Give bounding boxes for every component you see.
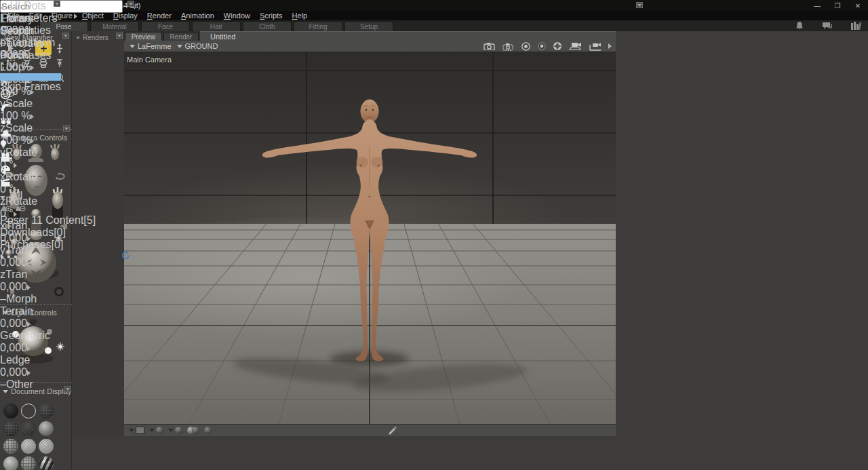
shadow-sphere-icon[interactable]	[553, 41, 562, 51]
category-scenes-icon[interactable]	[0, 178, 136, 190]
document-display-section: Document Display	[0, 383, 72, 470]
area-render-camera-icon[interactable]	[502, 42, 514, 51]
frame-label: Frame:	[0, 12, 35, 24]
display-style-option-6[interactable]	[39, 421, 54, 436]
tree-item-count: [0]	[54, 227, 66, 238]
tracking-mode-dropdown[interactable]	[149, 427, 163, 434]
notifications-bell-icon[interactable]	[795, 21, 804, 31]
viewport-bottom-toolbar	[124, 424, 616, 436]
viewport-toolbar: LaFemme GROUND	[124, 41, 616, 52]
category-materials-icon[interactable]	[0, 165, 136, 178]
param-value[interactable]: 0,000	[0, 366, 27, 378]
collapse-box-icon[interactable]: –	[0, 378, 6, 390]
depth-cue-toggle[interactable]	[187, 427, 199, 434]
param-value[interactable]: 0,000	[0, 317, 27, 329]
display-style-grid	[2, 402, 71, 470]
refresh-icon[interactable]	[121, 251, 130, 260]
param-options-icon[interactable]	[27, 346, 31, 351]
tree-item-label: Downloads	[0, 227, 54, 238]
library-tree: Poser 11 Content[5]Downloads[0]Purchases…	[0, 214, 136, 251]
param-options-icon[interactable]	[27, 321, 31, 327]
sphere-icon	[175, 427, 182, 434]
display-style-dropdown[interactable]	[168, 427, 182, 434]
category-hands-icon[interactable]	[0, 115, 136, 128]
category-hair-icon[interactable]	[0, 102, 136, 115]
camera-dolly-icon[interactable]	[589, 41, 601, 51]
room-tab-face[interactable]: Face	[141, 21, 190, 31]
messages-icon[interactable]	[822, 21, 833, 31]
category-cameras-icon[interactable]	[0, 153, 136, 165]
display-style-option-9[interactable]	[39, 439, 54, 454]
tab-render[interactable]: Render	[163, 32, 199, 41]
category-props-icon[interactable]	[0, 128, 136, 140]
display-style-option-10[interactable]	[3, 456, 18, 470]
menu-render[interactable]: Render	[142, 12, 176, 20]
display-style-option-4[interactable]	[3, 421, 18, 436]
section-header-other[interactable]: –Other	[0, 378, 79, 391]
menu-window[interactable]: Window	[219, 12, 255, 20]
room-tab-hair[interactable]: Hair	[192, 21, 241, 31]
display-style-option-1[interactable]	[3, 404, 18, 418]
library-menu-widget[interactable]	[127, 1, 134, 7]
room-tab-fitting[interactable]: Fitting	[294, 21, 342, 31]
display-style-option-11[interactable]	[21, 456, 36, 470]
document-tab[interactable]: Untitled	[200, 31, 616, 41]
tree-item-downloads[interactable]: Downloads[0]	[0, 227, 136, 239]
color-swatch	[136, 427, 144, 434]
element-dropdown[interactable]: GROUND	[177, 42, 218, 50]
display-style-option-12[interactable]	[39, 456, 54, 470]
animation-menu-widget[interactable]	[636, 2, 643, 8]
render-camera-icon[interactable]	[484, 42, 495, 50]
scene-canvas[interactable]	[124, 52, 616, 424]
viewport: Preview Render Untitled LaFemme GROUND	[124, 31, 616, 436]
collapse-box-icon[interactable]: –	[0, 293, 6, 305]
param-value[interactable]: 0,000	[0, 342, 27, 353]
shadow-toggle[interactable]	[204, 427, 212, 434]
background-color-dropdown[interactable]	[129, 427, 144, 434]
tree-item-poser-11-content[interactable]: Poser 11 Content[5]	[0, 214, 136, 227]
param-row-ztran: zTran0,000	[0, 269, 79, 293]
display-style-option-2[interactable]	[21, 404, 36, 418]
display-style-option-7[interactable]	[3, 439, 18, 454]
footer-dots[interactable]: • • •	[0, 251, 18, 262]
depth-dot-icon[interactable]	[538, 42, 546, 50]
camera-view-icon[interactable]	[569, 41, 583, 51]
menu-animation[interactable]: Animation	[176, 12, 219, 20]
add-to-library-icon[interactable]	[0, 202, 12, 212]
total-frames-field[interactable]: 00030	[0, 49, 61, 61]
param-row-ledge: Ledge0,000	[0, 354, 79, 378]
param-options-icon[interactable]	[27, 285, 31, 290]
maximize-button[interactable]: ❐	[827, 0, 848, 11]
edit-pencil-icon[interactable]	[387, 426, 397, 435]
display-style-option-5[interactable]	[21, 421, 36, 436]
close-button[interactable]: ✕	[848, 0, 868, 11]
filter-triangle-icon[interactable]	[0, 196, 5, 199]
viewport-expand-icon[interactable]	[608, 43, 612, 49]
menu-scripts[interactable]: Scripts	[255, 12, 288, 20]
display-style-pill[interactable]	[572, 426, 610, 435]
current-frame-field[interactable]: 00001	[0, 24, 61, 37]
tree-item-label: Purchases	[0, 239, 52, 250]
display-style-option-8[interactable]	[21, 439, 36, 454]
param-value[interactable]: 0,000	[0, 281, 27, 292]
param-options-icon[interactable]	[27, 370, 31, 376]
library-books-icon[interactable]	[850, 21, 861, 31]
remove-from-library-icon[interactable]	[14, 202, 26, 212]
sphere-icon	[156, 427, 163, 434]
tree-item-purchases[interactable]: Purchases[0]	[0, 239, 136, 251]
minimize-button[interactable]: —	[807, 0, 827, 11]
param-label: Terrain	[0, 305, 79, 317]
display-style-option-3[interactable]	[39, 404, 54, 418]
menu-help[interactable]: Help	[288, 12, 313, 20]
room-tab-cloth[interactable]: Cloth	[243, 21, 292, 31]
section-header-morph[interactable]: –Morph	[0, 293, 79, 305]
animation-controls-bar: UI Dots Frame: 00001 of 00030 Loop Skip …	[0, 0, 61, 93]
ui-dots-menu-widget[interactable]	[54, 1, 60, 7]
room-tab-setup[interactable]: Setup	[344, 21, 393, 31]
param-row-terrain: Terrain0,000	[0, 305, 79, 330]
aperture-icon[interactable]	[521, 42, 531, 51]
collapse-triangle-icon[interactable]	[0, 7, 4, 9]
category-lights-icon[interactable]	[0, 140, 136, 153]
filter-label[interactable]: All	[11, 190, 23, 201]
timeline-position-marker[interactable]	[0, 73, 61, 81]
